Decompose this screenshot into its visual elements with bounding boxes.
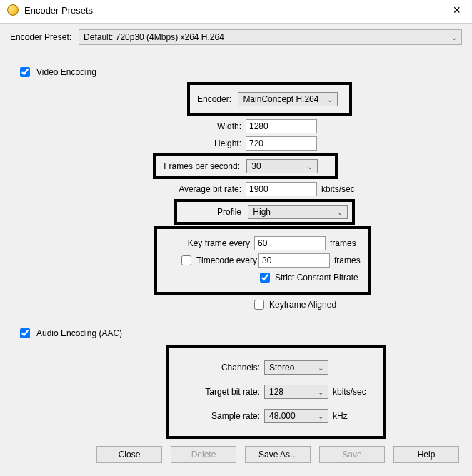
chevron-down-icon: ⌄ [327,96,333,103]
keyframe-input[interactable] [254,236,326,250]
targetbr-select[interactable]: 128 ⌄ [264,385,328,399]
button-bar: Close Delete Save As... Save Help [0,436,472,473]
fps-label: Frames per second: [160,161,244,171]
keyframe-label: Key frame every [164,238,254,248]
keyframe-aligned-checkbox[interactable] [254,300,264,310]
keyframe-unit: frames [330,238,356,248]
delete-button[interactable]: Delete [171,446,236,463]
chevron-down-icon: ⌄ [318,364,323,372]
highlight-fps: Frames per second: 30 ⌄ [153,153,338,179]
samplerate-select[interactable]: 48.000 ⌄ [264,409,328,423]
video-encoding-label: Video Encoding [36,67,96,77]
encoder-label: Encoder: [197,94,236,104]
height-input[interactable] [246,136,317,151]
channels-select[interactable]: Stereo ⌄ [264,360,328,375]
keyframe-aligned-label: Keyframe Aligned [269,300,336,310]
encoder-select[interactable]: MainConcept H.264 ⌄ [238,92,338,106]
samplerate-label: Sample rate: [186,411,264,421]
highlight-keyframe: Key frame every frames Timecode every fr… [154,226,371,295]
width-label: Width: [17,121,246,131]
audio-encoding-checkbox[interactable] [20,328,30,338]
avgbr-input[interactable] [246,182,317,196]
profile-label: Profile [181,207,246,217]
highlight-profile: Profile High ⌄ [174,199,355,225]
save-button[interactable]: Save [319,446,385,463]
highlight-encoder: Encoder: MainConcept H.264 ⌄ [187,82,352,116]
targetbr-value: 128 [269,387,283,397]
profile-select[interactable]: High ⌄ [248,205,348,219]
timecode-checkbox[interactable] [181,255,191,265]
close-icon[interactable]: × [448,4,465,16]
window-title: Encoder Presets [24,5,448,16]
titlebar: Encoder Presets × [0,0,472,23]
highlight-audio: Channels: Stereo ⌄ Target bit rate: 128 … [166,345,386,439]
targetbr-label: Target bit rate: [186,387,264,397]
avgbr-label: Average bit rate: [17,184,246,194]
chevron-down-icon: ⌄ [318,388,323,396]
help-button[interactable]: Help [393,446,459,463]
avgbr-unit: kbits/sec [321,184,355,194]
save-as-button[interactable]: Save As... [245,446,311,463]
channels-value: Stereo [269,363,294,373]
preset-value: Default: 720p30 (4Mbps) x264 H.264 [84,32,224,42]
fps-value: 30 [251,161,261,171]
strict-cbr-checkbox[interactable] [260,273,270,283]
samplerate-value: 48.000 [269,411,296,421]
close-button[interactable]: Close [96,446,162,463]
timecode-unit: frames [334,255,361,265]
chevron-down-icon: ⌄ [451,34,457,41]
encoder-value: MainConcept H.264 [243,94,318,104]
app-icon [7,4,19,16]
profile-value: High [253,207,271,217]
height-label: Height: [17,138,246,148]
chevron-down-icon: ⌄ [318,412,323,420]
preset-label: Encoder Preset: [10,32,71,42]
chevron-down-icon: ⌄ [307,163,313,171]
chevron-down-icon: ⌄ [337,208,343,216]
encoder-preset-select[interactable]: Default: 720p30 (4Mbps) x264 H.264 ⌄ [79,29,462,45]
targetbr-unit: kbits/sec [333,387,366,397]
strict-cbr-label: Strict Constant Bitrate [275,273,358,283]
timecode-label: Timecode every [196,255,257,265]
width-input[interactable] [246,119,317,133]
audio-encoding-label: Audio Encoding (AAC) [36,328,122,338]
fps-select[interactable]: 30 ⌄ [246,159,318,173]
timecode-input[interactable] [258,253,330,268]
channels-label: Channels: [186,363,264,373]
samplerate-unit: kHz [333,411,348,421]
video-encoding-checkbox[interactable] [20,67,30,77]
